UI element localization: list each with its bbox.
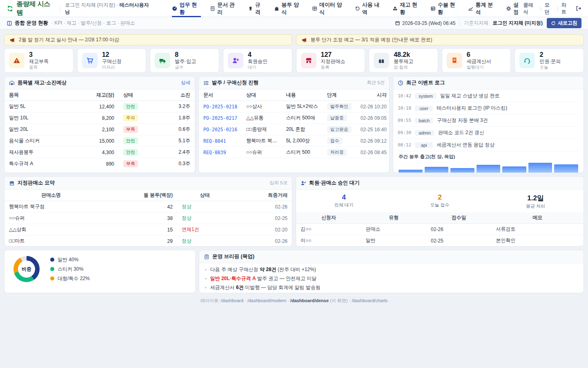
panel-title: 회원·판매소 승인 대기: [309, 180, 360, 186]
doc-link[interactable]: REQ-8841: [203, 138, 226, 144]
store-status-cell: 정상: [177, 213, 232, 224]
doc-link[interactable]: PO-2025-0218: [203, 104, 237, 110]
store-status: 정상: [182, 204, 192, 209]
logout-button[interactable]: [575, 5, 581, 11]
refresh-button[interactable]: 새로고침: [547, 18, 581, 28]
item-stock: 15,000: [73, 135, 119, 147]
task-list-icon: [203, 80, 209, 86]
event-item: 10:42system일일 재고 스냅샷 생성 완료: [398, 90, 579, 102]
event-list: 10:42system일일 재고 스냅샷 생성 완료 10:18user테스터사…: [393, 90, 584, 151]
kpi-card-tax-invoices[interactable]: 6세금계산서발행대기: [442, 48, 511, 73]
kpi-label: 봉투재고: [394, 58, 413, 65]
nav-tab-data-forms[interactable]: 데이터 양식: [312, 0, 346, 17]
bullet: •: [205, 267, 207, 272]
nav-tab-work-status[interactable]: 업무 현황: [172, 0, 201, 17]
order-desc: 20L 혼합: [281, 124, 322, 135]
table-row: 재사용봉투4,300안전2.4주: [4, 147, 195, 158]
col-header: 단계: [323, 90, 356, 101]
store-last-tx: 02-25: [232, 213, 292, 224]
nav-tab-statistics[interactable]: 통계 분석: [468, 0, 497, 17]
event-item: 10:18user테스터사용자 로그인 (IP 마스킹): [398, 102, 579, 114]
nav-tab-documents[interactable]: 문서 관리: [210, 0, 239, 17]
approvals-panel: 회원·판매소 승인 대기 4전체 대기 2오늘 접수 1.2일평균 처리 신청자…: [296, 176, 584, 247]
kpi-sublabel: 품목: [29, 65, 49, 70]
kpi-card-member-approvals[interactable]: 4회원승인대기: [223, 48, 292, 73]
footer-link-modern[interactable]: /dashboard/modern: [247, 298, 286, 303]
legend-label: 대형/특수 22%: [58, 275, 90, 282]
nav-tab-usage-history[interactable]: 사용 내역: [355, 0, 384, 17]
item-name: 일반 20L: [4, 124, 73, 135]
event-tag: system: [415, 93, 437, 99]
legend-item: 일반 40%: [50, 256, 90, 263]
footer-link-charts[interactable]: /dashboard/charts: [352, 298, 388, 303]
table-row: 이○○일반02-25본인확인: [296, 235, 584, 247]
weekly-bar: [528, 163, 552, 173]
nav-tab-bag-forms[interactable]: 봉투 양식: [274, 0, 303, 17]
footer-link-dashboard[interactable]: /dashboard: [221, 298, 243, 303]
item-name: 일반 10L: [4, 112, 73, 124]
item-status-cell: 부족: [119, 158, 159, 170]
footer-separator: ·: [245, 298, 246, 303]
footer-link-dense[interactable]: /dashboard/dense: [290, 298, 329, 303]
spec-badge-icon: [248, 6, 253, 11]
doc-link[interactable]: PO-2025-0216: [203, 127, 237, 132]
chart-line-icon: [468, 6, 473, 11]
kpi-icon-box: [447, 53, 462, 68]
stage-badge: 납품중: [327, 114, 347, 121]
inventory-detail-link[interactable]: 상세: [181, 80, 190, 86]
layout-mode-classic[interactable]: 클래식: [523, 2, 537, 16]
applicant-type: 판매소: [361, 224, 427, 235]
partner: □□종량제: [242, 124, 281, 135]
legend-dot: [50, 258, 54, 262]
col-header: 문서: [199, 90, 242, 101]
table-header-row: 판매소명 월 봉투(백장) 상태 최종거래: [4, 190, 292, 201]
inventory-table: 품목 재고(장) 상태 소진 일반 5L12,400안전3.2주 일반 10L8…: [4, 90, 195, 170]
briefing-text: 다음 주 예상 구매신청 약 28건 (전주 대비 +12%): [210, 266, 316, 273]
store-monthly: 29: [98, 236, 177, 247]
history-icon: [355, 6, 360, 11]
doc-link[interactable]: REQ-8839: [203, 150, 226, 155]
table-row: PO-2025-0218○○상사일반 5L×2박스발주확인02-26 10:20: [199, 101, 390, 112]
event-time: 09:30: [398, 130, 411, 135]
nav-tab-specs[interactable]: 규격: [248, 0, 265, 17]
applicant-type: 판매소: [361, 247, 427, 247]
sub-header-right: 2026-03-25 (Wed) 06:45 기준지자체 로그인 지자체 (미지…: [395, 18, 581, 28]
layout-switcher: 클래식 | 모던 | 차트: [523, 2, 581, 16]
order-desc: 일반 5L×2박스: [281, 101, 322, 112]
nav-tab-stock-status[interactable]: 재고 현황: [392, 0, 421, 17]
event-tag: batch: [415, 118, 433, 123]
kpi-card-complaints[interactable]: 2민원·문의오늘: [514, 48, 584, 73]
briefing-item: •다음 주 예상 구매신청 약 28건 (전주 대비 +12%): [205, 265, 578, 274]
doc-link[interactable]: PO-2025-0217: [203, 115, 237, 121]
stat-today-received: 2오늘 접수: [392, 193, 488, 209]
stat-label: 오늘 접수: [392, 202, 488, 208]
stage-cell: 입고완료: [323, 124, 356, 135]
kpi-card-bag-stock[interactable]: 48.2k봉투재고장 합계: [369, 48, 438, 73]
weekly-bar: [450, 168, 474, 173]
nav-tab-settings[interactable]: 설정: [506, 0, 523, 17]
event-item: 08:12api세금계산서 연동 응답 정상: [398, 139, 579, 151]
item-depletion: 3.2주: [159, 101, 195, 112]
nav-label: 봉투 양식: [281, 1, 303, 16]
nav-label: 문서 관리: [217, 1, 238, 16]
stores-table: 판매소명 월 봉투(백장) 상태 최종거래 행복마트 북구점42정상02-26 …: [4, 190, 292, 247]
brand-logo[interactable]: 종량제 시스템: [7, 0, 55, 17]
recycle-icon: [7, 5, 13, 12]
kpi-card-orders-inbound[interactable]: 8발주·입고금주: [150, 48, 219, 73]
legend-dot: [50, 267, 54, 271]
notice-banners: 2월 말 정기 재고 실사 안내 — 2/28 17:00 마감 봉투 단가 조…: [4, 34, 584, 45]
kpi-card-low-stock[interactable]: 3재고부족품목: [4, 48, 74, 73]
status-badge: 주의: [123, 114, 138, 121]
kpi-card-purchase-requests[interactable]: 12구매신청미처리: [77, 48, 147, 73]
layout-mode-modern[interactable]: 모던: [545, 2, 554, 16]
table-grid-icon: [312, 6, 317, 11]
page-title-block: 종합 운영 현황: [7, 20, 48, 27]
stores-panel: 지정판매소 요약 상위 5곳 판매소명 월 봉투(백장) 상태 최종거래 행복마…: [4, 176, 292, 247]
table-row: PO-2025-0216□□종량제20L 혼합입고완료02-25 16:40: [199, 124, 390, 135]
nav-tab-ledger-status[interactable]: 수불 현황: [430, 0, 459, 17]
order-time: 02-25 16:40: [356, 124, 390, 135]
table-row: PO-2025-0217△△유통스티커 500매납품중02-26 09:05: [199, 112, 390, 124]
layout-mode-chart[interactable]: 차트: [561, 2, 570, 16]
kpi-card-designated-stores[interactable]: 127지정판매소등록: [296, 48, 365, 73]
bullet: •: [205, 285, 207, 290]
